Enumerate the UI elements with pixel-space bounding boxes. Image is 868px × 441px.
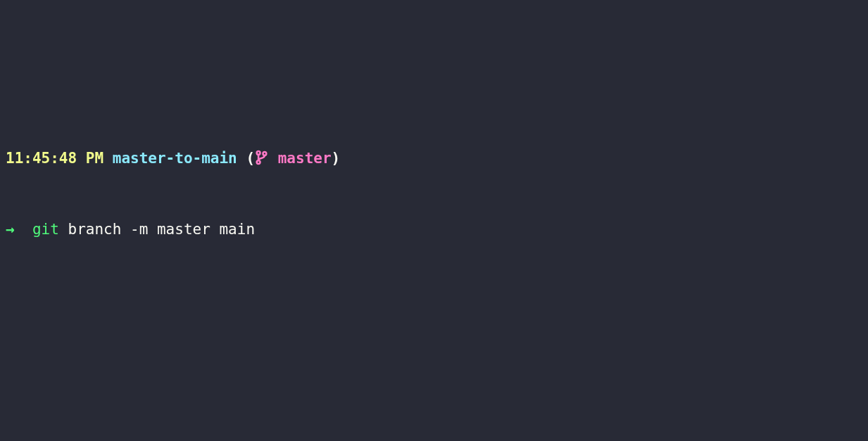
prompt-arrow: → [6,221,15,238]
spacer [6,355,862,378]
command: git [32,221,59,238]
paren-close: ) [332,150,341,167]
branch-name: master [278,150,332,167]
prompt-block: 11:45:48 PM master-to-main ( master) → g… [6,101,862,286]
git-branch-icon [255,149,268,172]
command-line[interactable]: → git branch -m master main [6,218,862,241]
directory: master-to-main [113,150,237,167]
timestamp: 11:45:48 PM [6,150,103,167]
terminal[interactable]: 11:45:48 PM master-to-main ( master) → g… [0,0,868,441]
prompt-line: 11:45:48 PM master-to-main ( master) [6,147,862,172]
paren-open: ( [246,150,255,167]
command-args: branch -m master main [68,221,256,238]
